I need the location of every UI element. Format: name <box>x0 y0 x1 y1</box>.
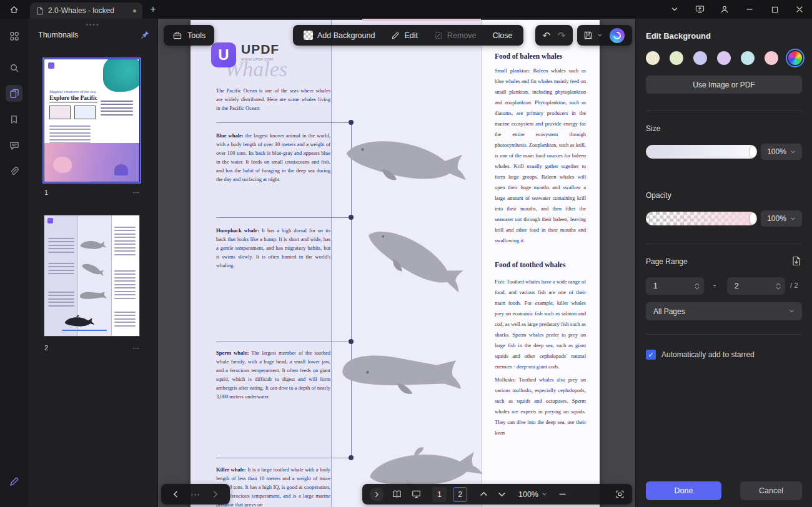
range-end-input[interactable]: 2 <box>727 277 785 295</box>
pages-icon <box>9 89 19 99</box>
thumbnails-panel: •••• Thumbnails Magical creatures of the… <box>28 19 158 507</box>
close-window-button[interactable] <box>787 0 812 19</box>
ai-swirl-icon <box>612 30 623 41</box>
size-value-select[interactable]: 100% <box>761 144 802 160</box>
user-icon <box>720 5 729 14</box>
thumbnail-1-number: 1 <box>44 189 48 196</box>
expand-toolbar-button[interactable] <box>370 488 384 501</box>
redo-button[interactable]: ↷ <box>558 30 566 41</box>
section-text: The largest member of the toothed whale … <box>216 350 330 400</box>
size-slider[interactable] <box>646 145 757 159</box>
thumb2-whale-3 <box>79 290 107 302</box>
thumbnails-panel-button[interactable] <box>6 85 22 102</box>
all-pages-select[interactable]: All Pages <box>646 302 802 320</box>
timeline-dot-2 <box>349 215 354 220</box>
presentation-mode-icon[interactable] <box>411 490 422 499</box>
workspace-grid-button[interactable] <box>6 27 22 44</box>
poster-photo-2 <box>74 106 96 119</box>
forward-button[interactable] <box>211 490 219 498</box>
tab-title: 2.0-Whales - locked <box>48 6 114 15</box>
paragraph-small-plankton: Small plankton: Baleen whales such as bl… <box>495 66 586 246</box>
color-swatch-teal[interactable] <box>741 51 755 65</box>
update-button[interactable] <box>687 0 712 19</box>
fit-page-button[interactable] <box>615 490 625 499</box>
reader-mode-icon[interactable] <box>392 490 402 499</box>
apps-grid-icon <box>9 31 19 41</box>
thumb2-logo-mark <box>47 218 53 224</box>
cancel-button[interactable]: Cancel <box>740 481 802 500</box>
page-thumbnail-2[interactable] <box>44 215 139 336</box>
section-title: Blue whale: <box>216 132 244 139</box>
panel-drag-handle[interactable]: •••• <box>86 21 99 28</box>
tools-button[interactable]: Tools <box>164 25 214 46</box>
window-menu-button[interactable] <box>662 0 687 19</box>
stylus-tools-button[interactable] <box>6 473 22 490</box>
more-options-button[interactable]: ··· <box>191 490 201 499</box>
annotations-panel-button[interactable] <box>6 137 22 154</box>
account-button[interactable] <box>712 0 737 19</box>
edit-background-button[interactable]: Edit <box>391 31 418 40</box>
color-swatch-pink[interactable] <box>765 51 778 65</box>
use-image-or-pdf-button[interactable]: Use Image or PDF <box>646 76 802 94</box>
history-nav-bar: ··· <box>161 484 230 505</box>
search-button[interactable] <box>6 59 22 76</box>
color-swatch-purple[interactable] <box>717 51 731 65</box>
save-options-chevron-icon[interactable] <box>597 32 603 38</box>
section-title: Killer whale: <box>216 466 246 473</box>
range-dash: - <box>713 281 716 290</box>
maximize-button[interactable] <box>762 0 787 19</box>
brand-name: UPDF <box>241 42 279 56</box>
color-swatch-periwinkle[interactable] <box>693 51 707 65</box>
section-title: Humpback whale: <box>216 227 259 234</box>
color-swatch-cream[interactable] <box>646 51 660 65</box>
bookmark-icon <box>9 115 19 124</box>
thumbnail-1-menu[interactable]: ··· <box>132 189 139 196</box>
page-range-picker-icon[interactable] <box>791 255 802 267</box>
pin-icon[interactable] <box>141 30 150 39</box>
undo-button[interactable]: ↶ <box>543 30 551 41</box>
size-slider-handle[interactable] <box>750 146 756 157</box>
ai-assistant-button[interactable] <box>610 28 625 43</box>
new-tab-button[interactable]: + <box>146 2 160 16</box>
opacity-slider[interactable] <box>646 212 757 225</box>
add-background-button[interactable]: Add Background <box>304 31 375 40</box>
home-button[interactable] <box>5 2 22 17</box>
zoom-out-button[interactable] <box>558 490 567 498</box>
checkbox-checked-icon[interactable]: ✓ <box>646 350 656 360</box>
page-number-2-current[interactable]: 2 <box>453 487 467 502</box>
page-thumbnail-1[interactable]: Magical creatures of the sea. Explore th… <box>44 59 139 182</box>
previous-page-button[interactable] <box>480 490 488 498</box>
opacity-value-select[interactable]: 100% <box>761 210 802 227</box>
range-end-stepper[interactable] <box>776 283 781 290</box>
next-page-button[interactable] <box>498 490 506 498</box>
attachments-panel-button[interactable] <box>6 163 22 180</box>
back-button[interactable] <box>172 490 180 498</box>
close-background-button[interactable]: Close <box>493 31 513 40</box>
pdf-page[interactable]: Whales U UPDF WWW.UPDF.COM The Pacific O… <box>191 20 600 507</box>
range-start-stepper[interactable] <box>695 283 700 290</box>
chevron-right-icon <box>374 491 380 498</box>
heading-food-baleen: Food of baleen whales <box>495 52 586 60</box>
bookmarks-panel-button[interactable] <box>6 111 22 128</box>
remove-background-button[interactable]: Remove <box>434 31 477 40</box>
thumb2-text-c <box>48 289 74 308</box>
timeline-rule-1 <box>216 122 351 123</box>
save-toolbar <box>577 25 632 46</box>
color-swatch-green[interactable] <box>670 51 683 65</box>
brand-url: WWW.UPDF.COM <box>241 57 279 61</box>
done-button[interactable]: Done <box>646 481 721 500</box>
range-start-input[interactable]: 1 <box>646 277 704 295</box>
zoom-level-select[interactable]: 100% <box>518 490 547 499</box>
opacity-slider-handle[interactable] <box>750 213 756 224</box>
minimize-button[interactable] <box>737 0 762 19</box>
thumb2-text-b <box>48 260 74 277</box>
page-number-1[interactable]: 1 <box>432 487 447 502</box>
document-tab[interactable]: 2.0-Whales - locked <box>30 2 142 19</box>
auto-star-option[interactable]: ✓ Automatically add to starred <box>646 350 755 360</box>
custom-color-wheel-selected[interactable] <box>788 51 802 65</box>
size-label: Size <box>646 124 660 133</box>
range-end-value: 2 <box>735 282 739 290</box>
save-icon[interactable] <box>583 31 593 40</box>
thumbnail-2-menu[interactable]: ··· <box>132 344 139 352</box>
minimize-icon <box>746 6 753 13</box>
